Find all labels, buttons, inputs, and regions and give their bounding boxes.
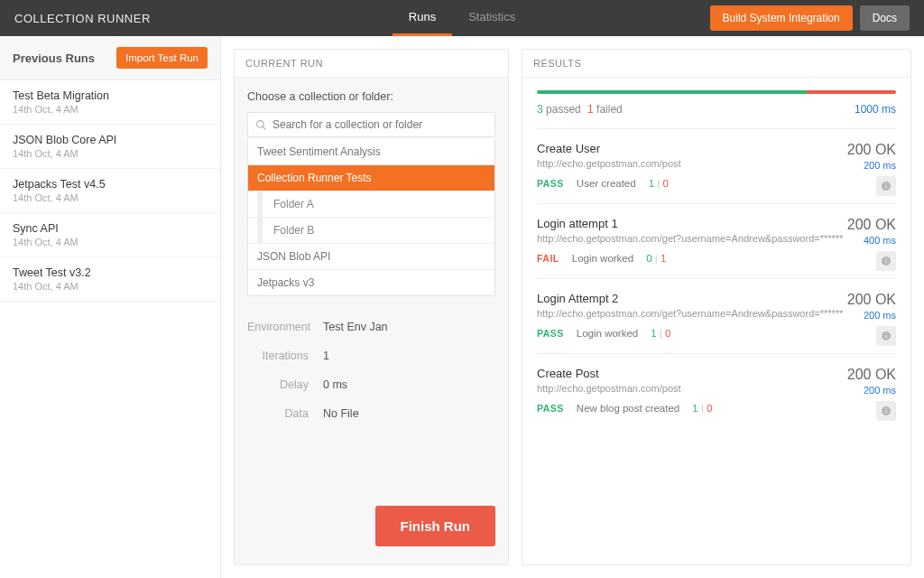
svg-rect-9 — [886, 335, 887, 339]
folder-item[interactable]: Folder B — [248, 218, 494, 244]
result-name: Create Post — [537, 367, 896, 380]
result-url: http://echo.getpostman.com/post — [537, 383, 896, 394]
result-status-code: 200 OK — [847, 217, 896, 233]
result-info-button[interactable] — [876, 326, 896, 346]
finish-run-button[interactable]: Finish Run — [375, 506, 496, 546]
folder-item[interactable]: Folder A — [248, 191, 494, 218]
result-item: Create Userhttp://echo.getpostman.com/po… — [537, 128, 896, 203]
result-name: Create User — [537, 142, 896, 155]
results-panel: RESULTS 3 passed 1 failed 1000 ms Create… — [522, 49, 911, 565]
result-url: http://echo.getpostman.com/get?username=… — [537, 233, 896, 244]
run-name: Jetpacks Test v4.5 — [13, 178, 208, 191]
svg-rect-4 — [886, 183, 887, 184]
data-label: Data — [247, 407, 323, 420]
sidebar-title: Previous Runs — [13, 51, 95, 65]
result-item: Login attempt 1http://echo.getpostman.co… — [537, 203, 896, 278]
result-assertion: FAILLogin worked0 | 1 — [537, 253, 896, 264]
app-title: COLLECTION RUNNER — [14, 12, 151, 25]
run-name: Tweet Test v3.2 — [13, 266, 208, 279]
result-url: http://echo.getpostman.com/get?username=… — [537, 308, 896, 319]
collection-list: Tweet Sentiment AnalysisCollection Runne… — [247, 139, 495, 296]
run-name: JSON Blob Core API — [13, 134, 208, 146]
assertion-message: New blog post created — [577, 403, 679, 414]
result-info-button[interactable] — [876, 251, 896, 271]
collection-search-input[interactable] — [273, 118, 487, 131]
collection-item[interactable]: Jetpacks v3 — [248, 270, 494, 295]
previous-run-item[interactable]: Jetpacks Test v4.514th Oct, 4 AM — [0, 169, 220, 213]
run-time: 14th Oct, 4 AM — [13, 104, 208, 115]
collection-item[interactable]: Collection Runner Tests — [248, 165, 494, 191]
result-name: Login attempt 1 — [537, 217, 896, 230]
tab-statistics[interactable]: Statistics — [452, 0, 531, 36]
result-info-button[interactable] — [876, 176, 896, 196]
result-time: 400 ms — [847, 235, 896, 246]
collection-item[interactable]: JSON Blob API — [248, 244, 494, 270]
result-assertion: PASSLogin worked1 | 0 — [537, 328, 896, 339]
run-name: Sync API — [13, 222, 208, 235]
iterations-label: Iterations — [247, 350, 323, 362]
info-icon — [881, 256, 892, 266]
svg-rect-6 — [886, 260, 887, 264]
build-integration-button[interactable]: Build System Integration — [710, 5, 853, 31]
run-name: Test Beta Migration — [13, 89, 208, 102]
results-title: RESULTS — [522, 50, 910, 78]
svg-point-0 — [257, 120, 264, 127]
result-assertion: PASSUser created1 | 0 — [537, 178, 896, 189]
previous-run-item[interactable]: Sync API14th Oct, 4 AM — [0, 213, 220, 257]
assertion-counts: 1 | 0 — [651, 328, 670, 339]
delay-label: Delay — [247, 378, 323, 391]
docs-button[interactable]: Docs — [860, 5, 910, 31]
assertion-counts: 1 | 0 — [692, 403, 712, 414]
result-assertion: PASSNew blog post created1 | 0 — [537, 403, 896, 414]
svg-rect-3 — [886, 185, 887, 189]
result-status-code: 200 OK — [847, 367, 896, 383]
iterations-value[interactable]: 1 — [323, 350, 329, 362]
progress-fail-segment — [807, 90, 897, 94]
top-tabs: Runs Statistics — [393, 0, 531, 36]
run-time: 14th Oct, 4 AM — [13, 237, 208, 247]
search-icon — [255, 119, 267, 131]
data-value[interactable]: No File — [323, 407, 359, 420]
previous-run-item[interactable]: JSON Blob Core API14th Oct, 4 AM — [0, 125, 220, 169]
result-name: Login Attempt 2 — [537, 292, 896, 305]
env-value[interactable]: Test Env Jan — [323, 321, 388, 333]
assertion-badge: FAIL — [537, 253, 559, 264]
assertion-message: Login worked — [572, 253, 633, 264]
assertion-message: User created — [577, 178, 636, 189]
delay-value[interactable]: 0 ms — [323, 378, 347, 391]
collection-search[interactable] — [247, 112, 495, 137]
assertion-counts: 1 | 0 — [649, 178, 669, 189]
assertion-message: Login worked — [577, 328, 638, 339]
results-total-time: 1000 ms — [855, 103, 896, 116]
run-time: 14th Oct, 4 AM — [13, 148, 208, 159]
result-url: http://echo.getpostman.com/post — [537, 158, 896, 169]
env-label: Environment — [247, 321, 323, 333]
assertion-badge: PASS — [537, 403, 564, 414]
result-time: 200 ms — [847, 160, 896, 171]
run-time: 14th Oct, 4 AM — [13, 192, 208, 203]
current-run-title: CURRENT RUN — [235, 50, 508, 78]
result-item: Create Posthttp://echo.getpostman.com/po… — [537, 353, 896, 428]
collection-item[interactable]: Tweet Sentiment Analysis — [248, 139, 494, 165]
svg-rect-10 — [886, 333, 887, 334]
previous-run-item[interactable]: Tweet Test v3.214th Oct, 4 AM — [0, 257, 220, 302]
run-time: 14th Oct, 4 AM — [13, 281, 208, 292]
result-info-button[interactable] — [876, 401, 896, 421]
progress-pass-segment — [537, 90, 807, 94]
results-progress-bar — [537, 90, 896, 94]
choose-collection-label: Choose a collection or folder: — [247, 90, 495, 103]
assertion-badge: PASS — [537, 328, 564, 339]
result-time: 200 ms — [847, 310, 896, 321]
import-test-run-button[interactable]: Import Test Run — [116, 47, 208, 69]
svg-rect-12 — [886, 410, 887, 414]
tab-runs[interactable]: Runs — [393, 0, 452, 36]
assertion-badge: PASS — [537, 178, 564, 189]
result-status-code: 200 OK — [847, 292, 896, 308]
svg-rect-7 — [886, 258, 887, 259]
info-icon — [881, 406, 892, 416]
result-item: Login Attempt 2http://echo.getpostman.co… — [537, 278, 896, 353]
sidebar: Previous Runs Import Test Run Test Beta … — [0, 36, 221, 578]
assertion-counts: 0 | 1 — [646, 253, 666, 264]
result-status-code: 200 OK — [847, 142, 896, 158]
previous-run-item[interactable]: Test Beta Migration14th Oct, 4 AM — [0, 80, 220, 125]
